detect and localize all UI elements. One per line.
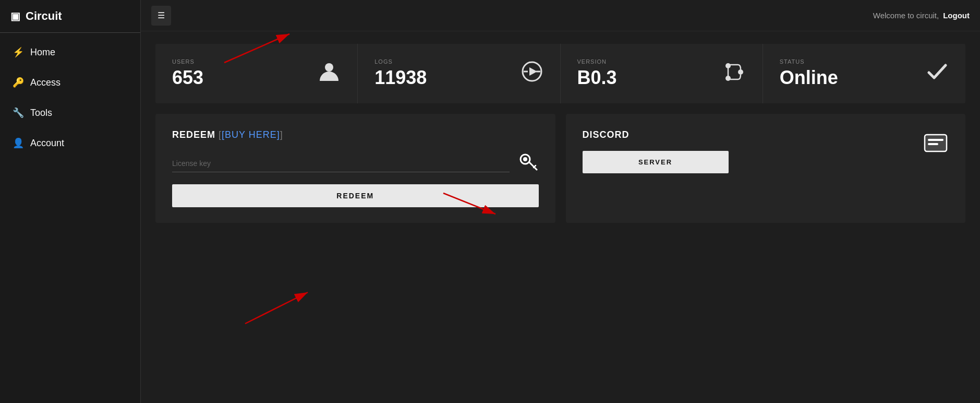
main: ☰ Welcome to circuit, Logout USERS 653 — [141, 0, 980, 403]
redeem-panel: REDEEM [[BUY HERE]] — [155, 114, 555, 223]
stat-info-logs: LOGS 11938 — [374, 58, 427, 89]
svg-rect-16 — [928, 143, 938, 145]
stat-value-users: 653 — [172, 67, 203, 89]
svg-rect-15 — [928, 139, 943, 141]
stat-value-status: Online — [780, 67, 838, 89]
stat-card-users: USERS 653 — [155, 44, 358, 103]
sidebar: ▣ Circuit ⚡ Home 🔑 Access 🔧 Tools 👤 Acco… — [0, 0, 141, 403]
redeem-title: REDEEM [[BUY HERE]] — [172, 129, 539, 140]
account-icon: 👤 — [13, 137, 24, 149]
discord-icon — [923, 129, 949, 156]
license-input-row — [172, 151, 539, 176]
svg-point-10 — [523, 157, 527, 161]
svg-point-7 — [738, 69, 743, 75]
stat-label-version: VERSION — [577, 58, 617, 65]
stat-card-version: VERSION B0.3 — [561, 44, 763, 103]
welcome-text: Welcome to circuit, — [873, 11, 939, 20]
logo-icon: ▣ — [10, 10, 20, 22]
logo-text: Circuit — [26, 9, 62, 23]
discord-panel-content: DISCORD SERVER — [583, 129, 923, 173]
access-icon: 🔑 — [13, 77, 24, 88]
stat-info-users: USERS 653 — [172, 58, 203, 89]
sidebar-item-access[interactable]: 🔑 Access — [0, 67, 140, 98]
sidebar-item-access-label: Access — [30, 77, 61, 88]
stats-row: USERS 653 LOGS 11938 — [155, 44, 965, 103]
redeem-button[interactable]: REDEEM — [172, 184, 539, 207]
stat-value-logs: 11938 — [374, 67, 427, 89]
stat-label-logs: LOGS — [374, 58, 427, 65]
topbar-right: Welcome to circuit, Logout — [873, 11, 970, 20]
topbar-left: ☰ — [151, 6, 171, 26]
status-icon — [926, 60, 949, 88]
bottom-row: REDEEM [[BUY HERE]] — [155, 114, 965, 223]
discord-panel-inner: DISCORD SERVER — [583, 129, 949, 173]
svg-point-0 — [325, 63, 333, 72]
key-icon — [518, 151, 539, 176]
menu-icon: ☰ — [158, 10, 165, 20]
logout-button[interactable]: Logout — [943, 11, 970, 20]
sidebar-item-home[interactable]: ⚡ Home — [0, 37, 140, 67]
stat-card-logs: LOGS 11938 — [358, 44, 560, 103]
main-wrapper: ☰ Welcome to circuit, Logout USERS 653 — [141, 0, 980, 403]
tools-icon: 🔧 — [13, 107, 24, 118]
stat-label-users: USERS — [172, 58, 203, 65]
topbar: ☰ Welcome to circuit, Logout — [141, 0, 980, 31]
svg-marker-2 — [529, 67, 537, 76]
stat-info-status: STATUS Online — [780, 58, 838, 89]
sidebar-item-account[interactable]: 👤 Account — [0, 128, 140, 158]
license-key-input[interactable] — [172, 155, 510, 172]
stat-label-status: STATUS — [780, 58, 838, 65]
server-button[interactable]: SERVER — [583, 151, 729, 173]
stat-info-version: VERSION B0.3 — [577, 58, 617, 89]
stat-value-version: B0.3 — [577, 67, 617, 89]
discord-panel: DISCORD SERVER — [566, 114, 966, 223]
sidebar-item-home-label: Home — [30, 47, 55, 58]
sidebar-item-tools[interactable]: 🔧 Tools — [0, 98, 140, 128]
sidebar-nav: ⚡ Home 🔑 Access 🔧 Tools 👤 Account — [0, 37, 140, 158]
logs-icon — [521, 60, 543, 88]
buy-here-link[interactable]: [BUY HERE] — [222, 129, 280, 140]
discord-title: DISCORD — [583, 129, 923, 140]
content: USERS 653 LOGS 11938 — [141, 31, 980, 403]
sidebar-item-tools-label: Tools — [30, 108, 52, 118]
users-icon — [318, 60, 341, 88]
sidebar-item-account-label: Account — [30, 138, 64, 149]
menu-button[interactable]: ☰ — [151, 6, 171, 26]
version-icon — [723, 61, 746, 87]
logo: ▣ Circuit — [0, 0, 140, 33]
stat-card-status: STATUS Online — [763, 44, 965, 103]
home-icon: ⚡ — [13, 46, 24, 58]
